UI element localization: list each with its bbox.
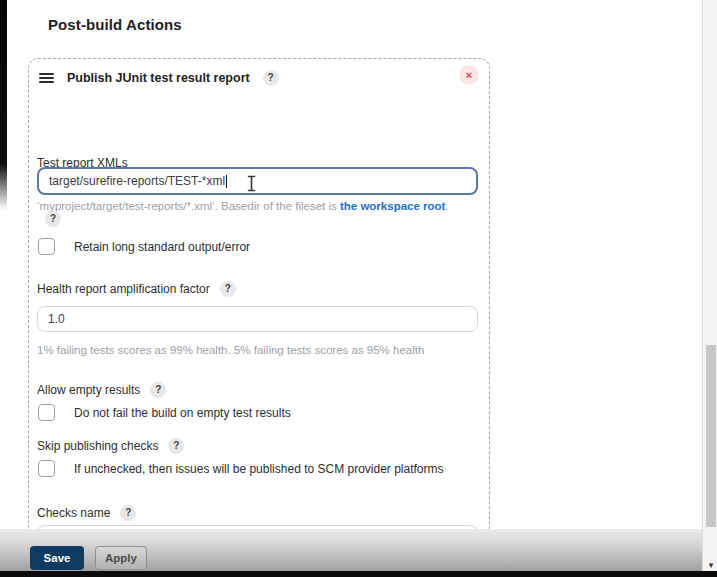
allow-empty-label-row: Allow empty results ? — [37, 382, 166, 398]
skip-publishing-row: If unchecked, then issues will be publis… — [38, 460, 444, 477]
test-report-xmls-input[interactable]: target/surefire-reports/TEST-*xml — [37, 167, 478, 195]
apply-button[interactable]: Apply — [95, 546, 147, 570]
retain-output-help-icon[interactable]: ? — [45, 211, 61, 227]
vertical-scrollbar[interactable]: ▾ — [702, 0, 717, 577]
retain-output-checkbox[interactable] — [38, 238, 55, 255]
skip-publishing-checkbox[interactable] — [38, 460, 55, 477]
skip-publishing-label: Skip publishing checks — [37, 439, 158, 453]
text-caret — [226, 175, 227, 188]
retain-output-label: Retain long standard output/error — [74, 240, 250, 254]
health-factor-label-row: Health report amplification factor ? — [37, 281, 236, 297]
scrollbar-thumb[interactable] — [706, 345, 716, 527]
retain-output-row: Retain long standard output/error — [38, 238, 250, 255]
letterbox-left — [0, 0, 7, 210]
description-text: . — [445, 200, 448, 212]
section-header: Publish JUnit test result report ? — [29, 59, 489, 86]
allow-empty-checkbox-label: Do not fail the build on empty test resu… — [74, 406, 291, 420]
allow-empty-row: Do not fail the build on empty test resu… — [38, 404, 291, 421]
description-line-2: ‘myproject/target/test-reports/*.xml’. B… — [37, 196, 487, 216]
publish-junit-section: Publish JUnit test result report ? × Tes… — [28, 58, 490, 536]
health-factor-input[interactable] — [37, 306, 478, 332]
section-title: Publish JUnit test result report — [67, 71, 250, 85]
health-factor-label: Health report amplification factor — [37, 282, 210, 296]
health-factor-help-icon[interactable]: ? — [220, 281, 236, 297]
skip-publishing-label-row: Skip publishing checks ? — [37, 438, 184, 454]
page-title: Post-build Actions — [48, 16, 182, 33]
drag-handle-icon[interactable] — [39, 72, 54, 84]
footer-bar: Save Apply — [0, 529, 717, 571]
help-icon[interactable]: ? — [263, 70, 279, 86]
description-text: ‘myproject/target/test-reports/*.xml’. B… — [37, 200, 340, 212]
health-factor-helper: 1% failing tests scores as 99% health. 5… — [37, 344, 424, 356]
scrollbar-down-arrow-icon[interactable]: ▾ — [706, 560, 716, 570]
save-button[interactable]: Save — [30, 546, 84, 570]
allow-empty-label: Allow empty results — [37, 383, 140, 397]
checks-name-help-icon[interactable]: ? — [120, 505, 136, 521]
test-report-xmls-value: target/surefire-reports/TEST-*xml — [49, 174, 225, 188]
checks-name-label: Checks name — [37, 506, 110, 520]
allow-empty-help-icon[interactable]: ? — [150, 382, 166, 398]
letterbox-bottom — [0, 571, 717, 577]
checks-name-label-row: Checks name ? — [37, 505, 136, 521]
skip-publishing-help-icon[interactable]: ? — [168, 438, 184, 454]
close-icon[interactable]: × — [459, 65, 479, 85]
allow-empty-checkbox[interactable] — [38, 404, 55, 421]
workspace-root-link[interactable]: the workspace root — [340, 200, 445, 212]
skip-publishing-checkbox-label: If unchecked, then issues will be publis… — [74, 462, 444, 476]
